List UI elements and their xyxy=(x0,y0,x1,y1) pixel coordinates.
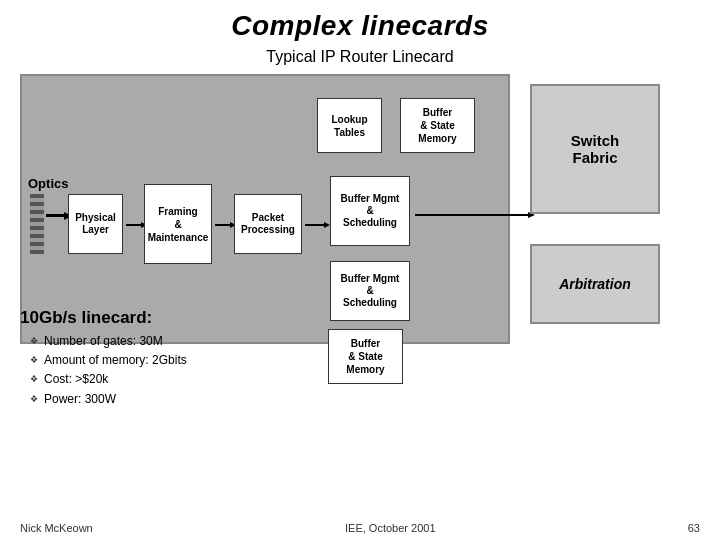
bullet-gates: Number of gates: 30M xyxy=(30,332,340,351)
arrow-physical-framing-icon xyxy=(126,224,142,226)
framing-label: Framing & Maintenance xyxy=(148,205,209,244)
optics-label: Optics xyxy=(28,176,68,191)
arrow-to-switch-icon xyxy=(415,214,530,216)
linecard-box: Optics Physical Layer Framing & Maintena… xyxy=(20,74,510,344)
bullet-cost: Cost: >$20k xyxy=(30,370,340,389)
footer-conference: IEE, October 2001 xyxy=(345,522,436,534)
buf-mgmt-bot-label: Buffer Mgmt & Scheduling xyxy=(341,273,400,309)
linecard-info: 10Gb/s linecard: Number of gates: 30M Am… xyxy=(20,308,340,409)
framing-box: Framing & Maintenance xyxy=(144,184,212,264)
footer-author: Nick McKeown xyxy=(20,522,93,534)
buffer-state-top-box: Buffer & State Memory xyxy=(400,98,475,153)
footer: Nick McKeown IEE, October 2001 63 xyxy=(20,522,700,534)
buffer-state-top-label: Buffer & State Memory xyxy=(418,106,456,145)
physical-layer-box: Physical Layer xyxy=(68,194,123,254)
switch-fabric-box: Switch Fabric xyxy=(530,84,660,214)
arbitration-label: Arbitration xyxy=(559,276,631,292)
bullet-list: Number of gates: 30M Amount of memory: 2… xyxy=(20,332,340,409)
buffer-mgmt-top-box: Buffer Mgmt & Scheduling xyxy=(330,176,410,246)
arrow-packet-buffer-icon xyxy=(305,224,325,226)
lookup-tables-label: Lookup Tables xyxy=(331,113,367,139)
arrow-optics-physical-icon xyxy=(46,214,66,217)
linecard-title: 10Gb/s linecard: xyxy=(20,308,340,328)
physical-layer-label: Physical Layer xyxy=(75,212,116,236)
switch-fabric-label: Switch Fabric xyxy=(571,132,619,166)
arbitration-box: Arbitration xyxy=(530,244,660,324)
arrow-framing-packet-icon xyxy=(215,224,231,226)
footer-page: 63 xyxy=(688,522,700,534)
main-title: Complex linecards xyxy=(20,10,700,42)
buf-mgmt-top-label: Buffer Mgmt & Scheduling xyxy=(341,193,400,229)
bullet-memory: Amount of memory: 2Gbits xyxy=(30,351,340,370)
packet-processing-label: Packet Processing xyxy=(241,212,295,236)
bullet-power: Power: 300W xyxy=(30,390,340,409)
page: Complex linecards Typical IP Router Line… xyxy=(0,0,720,540)
subtitle: Typical IP Router Linecard xyxy=(20,48,700,66)
buffer-state-bot-label: Buffer & State Memory xyxy=(346,337,384,376)
buffer-mgmt-bot-box: Buffer Mgmt & Scheduling xyxy=(330,261,410,321)
packet-processing-box: Packet Processing xyxy=(234,194,302,254)
lookup-tables-box: Lookup Tables xyxy=(317,98,382,153)
optics-lines-icon xyxy=(30,194,44,254)
